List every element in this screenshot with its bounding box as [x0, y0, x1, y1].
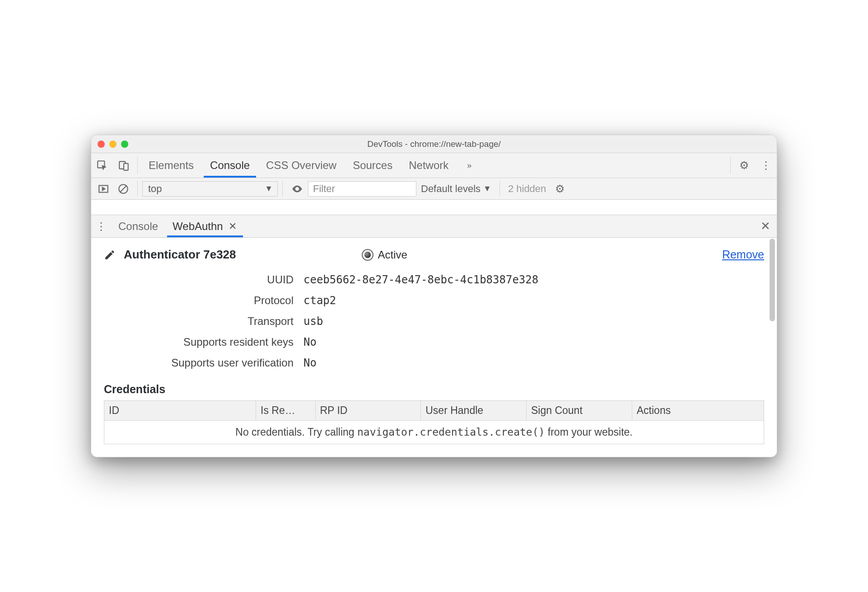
divider: [137, 157, 138, 174]
col-sign-count[interactable]: Sign Count: [527, 401, 632, 421]
chevron-down-icon: ▼: [265, 184, 273, 193]
tab-network[interactable]: Network: [401, 153, 457, 178]
tab-label: Network: [409, 159, 448, 172]
svg-point-6: [296, 188, 298, 189]
more-tabs-icon[interactable]: »: [457, 153, 482, 178]
authenticator-properties: UUID ceeb5662-8e27-4e47-8ebc-4c1b8387e32…: [104, 273, 764, 369]
window-zoom-button[interactable]: [121, 141, 128, 148]
vertical-scrollbar[interactable]: [770, 239, 775, 456]
edit-icon[interactable]: [104, 249, 116, 261]
table-header-row: ID Is Re… RP ID User Handle Sign Count A…: [104, 401, 764, 421]
console-toolbar: top ▼ Default levels ▼ 2 hidden ⚙: [91, 178, 777, 200]
log-levels-selector[interactable]: Default levels ▼: [417, 183, 495, 195]
active-label: Active: [378, 249, 407, 261]
empty-suffix: from your website.: [545, 426, 632, 438]
drawer-tab-console[interactable]: Console: [111, 215, 165, 237]
chevron-double-right-icon: »: [467, 161, 471, 170]
drawer-menu-button[interactable]: ⋮: [91, 215, 111, 237]
kebab-icon: ⋮: [761, 159, 771, 172]
toggle-sidebar-icon[interactable]: [94, 183, 113, 195]
tab-label: Console: [210, 159, 250, 172]
hidden-messages[interactable]: 2 hidden: [504, 183, 550, 195]
tab-css-overview[interactable]: CSS Overview: [258, 153, 345, 178]
remove-link[interactable]: Remove: [722, 248, 764, 261]
uv-label: Supports user verification: [104, 357, 294, 369]
transport-value: usb: [303, 315, 764, 328]
close-drawer-button[interactable]: ✕: [754, 215, 777, 237]
divider: [730, 157, 731, 174]
transport-label: Transport: [104, 315, 294, 328]
tab-label: Sources: [353, 159, 392, 172]
gear-icon: ⚙: [739, 159, 749, 172]
toggle-device-icon[interactable]: [113, 153, 135, 178]
authenticator-header: Authenticator 7e328 Active Remove: [104, 248, 764, 262]
protocol-value: ctap2: [303, 294, 764, 307]
protocol-label: Protocol: [104, 294, 294, 307]
uuid-label: UUID: [104, 273, 294, 286]
col-rp-id[interactable]: RP ID: [315, 401, 421, 421]
svg-rect-2: [124, 164, 128, 170]
tab-label: Elements: [149, 159, 194, 172]
divider: [499, 181, 500, 197]
context-value: top: [148, 183, 162, 195]
context-selector[interactable]: top ▼: [142, 181, 278, 197]
clear-console-icon[interactable]: [114, 183, 133, 195]
svg-line-5: [121, 186, 126, 192]
window-controls: [98, 141, 128, 148]
inspect-element-icon[interactable]: [91, 153, 113, 178]
window-minimize-button[interactable]: [109, 141, 117, 148]
chevron-down-icon: ▼: [483, 184, 491, 193]
window-close-button[interactable]: [98, 141, 105, 148]
webauthn-panel: Authenticator 7e328 Active Remove UUID c…: [91, 238, 777, 457]
close-icon: ✕: [761, 219, 770, 233]
window-title: DevTools - chrome://new-tab-page/: [98, 139, 770, 149]
uv-value: No: [303, 357, 764, 369]
kebab-icon: ⋮: [96, 220, 107, 233]
drawer-header: ⋮ Console WebAuthn ✕ ✕: [91, 215, 777, 238]
tab-label: Console: [118, 220, 158, 233]
close-tab-icon[interactable]: ✕: [228, 221, 238, 232]
levels-label: Default levels: [421, 183, 481, 195]
credentials-table: ID Is Re… RP ID User Handle Sign Count A…: [104, 400, 764, 444]
credentials-heading: Credentials: [104, 383, 764, 396]
empty-code: navigator.credentials.create(): [357, 426, 545, 438]
gear-icon: ⚙: [555, 183, 565, 195]
tab-label: CSS Overview: [266, 159, 336, 172]
col-id[interactable]: ID: [104, 401, 256, 421]
tab-console[interactable]: Console: [202, 153, 258, 178]
tab-elements[interactable]: Elements: [140, 153, 202, 178]
devtools-window: DevTools - chrome://new-tab-page/ Elemen…: [91, 135, 777, 457]
tab-label: WebAuthn: [173, 220, 223, 233]
col-user-handle[interactable]: User Handle: [421, 401, 527, 421]
authenticator-title: Authenticator 7e328: [124, 248, 236, 262]
active-radio[interactable]: Active: [362, 249, 407, 261]
uuid-value: ceeb5662-8e27-4e47-8ebc-4c1b8387e328: [303, 273, 764, 286]
drawer-tab-webauthn[interactable]: WebAuthn ✕: [165, 215, 245, 237]
main-toolbar: Elements Console CSS Overview Sources Ne…: [91, 153, 777, 178]
divider: [137, 181, 138, 197]
col-actions[interactable]: Actions: [632, 401, 764, 421]
col-is-resident[interactable]: Is Re…: [256, 401, 315, 421]
hidden-count: 2 hidden: [508, 183, 546, 195]
radio-icon: [362, 249, 373, 261]
resident-label: Supports resident keys: [104, 336, 294, 348]
live-expression-icon[interactable]: [287, 183, 307, 195]
table-empty-row: No credentials. Try calling navigator.cr…: [104, 421, 764, 444]
empty-prefix: No credentials. Try calling: [235, 426, 357, 438]
tab-sources[interactable]: Sources: [345, 153, 401, 178]
console-settings-button[interactable]: ⚙: [551, 183, 569, 195]
scrollbar-thumb[interactable]: [770, 239, 775, 321]
divider: [282, 181, 283, 197]
console-body-strip: [91, 200, 777, 215]
resident-value: No: [303, 336, 764, 348]
more-menu-button[interactable]: ⋮: [755, 153, 777, 178]
settings-button[interactable]: ⚙: [733, 153, 755, 178]
filter-input[interactable]: [308, 181, 416, 197]
titlebar: DevTools - chrome://new-tab-page/: [91, 135, 777, 153]
